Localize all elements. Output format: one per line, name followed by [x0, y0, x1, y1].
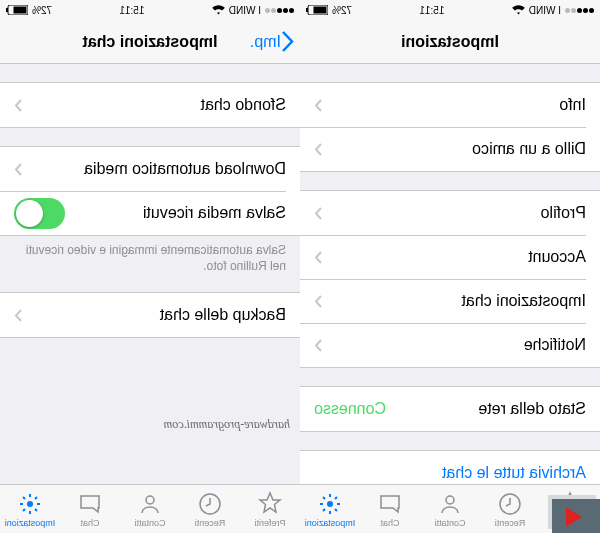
navbar-settings: Impostazioni [300, 20, 600, 64]
tab-label: Chat [381, 518, 400, 528]
svg-rect-8 [6, 8, 8, 12]
back-label: Imp. [250, 33, 281, 51]
signal-dots-icon [565, 8, 594, 13]
row-notifications[interactable]: Notifiche [300, 323, 600, 367]
row-network-status[interactable]: Stato della rete Connesso [300, 387, 600, 431]
contact-icon [437, 491, 463, 517]
tab-favorites[interactable]: Preferiti [240, 485, 300, 533]
network-status-value: Connesso [314, 400, 386, 418]
contact-icon [137, 491, 163, 517]
tab-settings[interactable]: Impostazioni [0, 485, 60, 533]
clock-label: 15:11 [419, 5, 444, 16]
chevron-left-icon [281, 31, 294, 52]
tab-label: Contatti [134, 518, 165, 528]
navbar-chat-settings: Imp. Impostazioni chat [0, 20, 300, 64]
row-account[interactable]: Account [300, 235, 600, 279]
page-title: Impostazioni [401, 33, 499, 51]
row-chat-backup[interactable]: Backup delle chat [0, 293, 300, 337]
carrier-label: I WIND [529, 5, 561, 16]
chevron-right-icon [314, 339, 322, 352]
row-label: Sfondo chat [22, 96, 286, 114]
save-media-footer: Salva automaticamente immagini e video r… [0, 236, 300, 274]
clock-label: 15:11 [119, 5, 144, 16]
back-button[interactable]: Imp. [250, 31, 294, 52]
status-bar: I WIND 15:11 72% [0, 0, 300, 20]
screen-chat-settings: I WIND 15:11 72% Imp. Impostazioni chat … [0, 0, 300, 533]
tab-contacts[interactable]: Contatti [120, 485, 180, 533]
tab-label: Recenti [495, 518, 526, 528]
svg-rect-7 [14, 7, 27, 14]
row-profile[interactable]: Profilo [300, 191, 600, 235]
chevron-right-icon [14, 309, 22, 322]
tab-label: Preferiti [255, 518, 286, 528]
battery-pct-label: 72% [32, 5, 52, 16]
chat-icon [77, 491, 103, 517]
row-wallpaper[interactable]: Sfondo chat [0, 83, 300, 127]
row-archive-all[interactable]: Archivia tutte le chat [300, 451, 600, 484]
tab-bar: Preferiti Recenti Contatti Chat Impostaz… [0, 484, 300, 533]
row-tell-friend[interactable]: Dillo a un amico [300, 127, 600, 171]
chevron-right-icon [14, 99, 22, 112]
row-label: Salva media ricevuti [65, 204, 286, 222]
carrier-label: I WIND [229, 5, 261, 16]
watermark-text: hardware-programmi.com [164, 417, 290, 432]
svg-point-5 [327, 501, 333, 507]
gear-icon [317, 491, 343, 517]
row-info[interactable]: Info [300, 83, 600, 127]
clock-icon [197, 491, 223, 517]
play-overlay-badge [548, 495, 600, 533]
svg-rect-1 [314, 7, 327, 14]
row-save-media[interactable]: Salva media ricevuti [0, 191, 300, 235]
svg-point-10 [146, 496, 154, 504]
chevron-right-icon [314, 207, 322, 220]
battery-icon [306, 5, 328, 15]
tab-label: Contatti [434, 518, 465, 528]
row-label: Notifiche [322, 336, 586, 354]
settings-content[interactable]: Info Dillo a un amico Profilo Account Im… [300, 64, 600, 484]
row-label: Account [322, 248, 586, 266]
chevron-right-icon [14, 163, 22, 176]
tab-recents[interactable]: Recenti [480, 485, 540, 533]
clock-icon [497, 491, 523, 517]
signal-dots-icon [265, 8, 294, 13]
page-title: Impostazioni chat [82, 33, 217, 51]
battery-pct-label: 72% [332, 5, 352, 16]
svg-point-4 [446, 496, 454, 504]
row-label: Download automatico media [22, 160, 286, 178]
chevron-right-icon [314, 143, 322, 156]
tab-contacts[interactable]: Contatti [420, 485, 480, 533]
row-label: Stato della rete [386, 400, 586, 418]
tab-chat[interactable]: Chat [360, 485, 420, 533]
tab-recents[interactable]: Recenti [180, 485, 240, 533]
tab-label: Recenti [195, 518, 226, 528]
tab-chat[interactable]: Chat [60, 485, 120, 533]
row-label: Impostazioni chat [322, 292, 586, 310]
svg-rect-2 [306, 8, 308, 12]
save-media-toggle[interactable] [14, 198, 65, 229]
tab-label: Chat [81, 518, 100, 528]
row-label: Info [322, 96, 586, 114]
chevron-right-icon [314, 251, 322, 264]
chevron-right-icon [314, 295, 322, 308]
status-bar: I WIND 15:11 72% [300, 0, 600, 20]
gear-icon [17, 491, 43, 517]
row-label: Backup delle chat [22, 306, 286, 324]
row-label: Profilo [322, 204, 586, 222]
row-chat-settings[interactable]: Impostazioni chat [300, 279, 600, 323]
chat-settings-content[interactable]: Sfondo chat Download automatico media Sa… [0, 64, 300, 484]
wifi-icon [512, 5, 525, 15]
row-auto-download[interactable]: Download automatico media [0, 147, 300, 191]
chat-icon [377, 491, 403, 517]
chevron-right-icon [314, 99, 322, 112]
star-icon [257, 491, 283, 517]
row-label: Dillo a un amico [322, 140, 586, 158]
svg-point-11 [27, 501, 33, 507]
row-label: Archivia tutte le chat [314, 464, 586, 482]
tab-label: Impostazioni [305, 518, 356, 528]
battery-icon [6, 5, 28, 15]
tab-label: Impostazioni [5, 518, 56, 528]
tab-settings[interactable]: Impostazioni [300, 485, 360, 533]
screen-settings: I WIND 15:11 72% Impostazioni Info Dillo… [300, 0, 600, 533]
wifi-icon [212, 5, 225, 15]
